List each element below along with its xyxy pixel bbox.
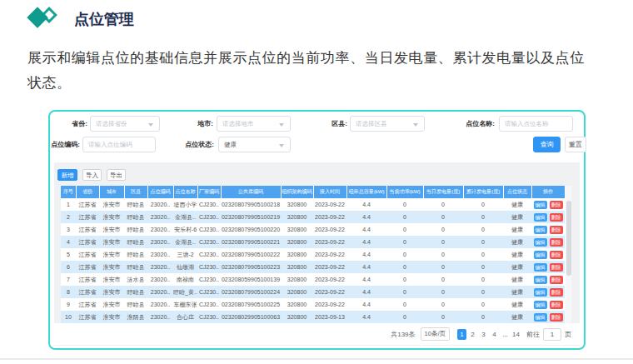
- table-cell: 0: [386, 198, 423, 211]
- page-button[interactable]: 14: [511, 329, 521, 340]
- table-row: 7江苏省淮安市涟水县23020..南禄南CJ230..0232080599051…: [61, 273, 565, 286]
- delete-button[interactable]: 删除: [550, 251, 563, 259]
- pagination: 共139条 10条/页 1234...14 前往 1 页: [54, 323, 580, 345]
- actions-cell: 编辑删除: [531, 286, 565, 298]
- table-cell: 0: [463, 261, 503, 273]
- edit-button[interactable]: 编辑: [534, 313, 547, 322]
- page-button[interactable]: 3: [479, 329, 488, 340]
- table-cell: 金湖县..: [173, 236, 197, 248]
- table-row: 10江苏省淮安市淮阴县23020..合心庄CJ230..023208029905…: [61, 311, 565, 323]
- page-button[interactable]: 2: [468, 329, 477, 340]
- column-header: 当前功率(kW): [386, 186, 423, 198]
- delete-button[interactable]: 删除: [550, 288, 563, 297]
- edit-button[interactable]: 编辑: [534, 226, 547, 234]
- scrollbar-thumb[interactable]: [566, 201, 571, 276]
- table-cell: 0: [423, 311, 463, 323]
- table-cell: 320800: [281, 236, 313, 248]
- table-cell: 0: [386, 298, 423, 311]
- city-label: 地市:: [167, 116, 213, 132]
- table-cell: 023208079905100221: [221, 236, 281, 248]
- page-button[interactable]: 1: [457, 329, 466, 340]
- table-cell: 7: [61, 273, 76, 286]
- table-cell: 淮安市: [99, 311, 124, 323]
- table-cell: 023208079905100220: [221, 223, 281, 236]
- edit-button[interactable]: 编辑: [534, 238, 547, 247]
- table-cell: 320800: [281, 248, 313, 261]
- province-select[interactable]: 请选择省份: [90, 116, 160, 132]
- table-cell: 5: [61, 248, 76, 261]
- actions-cell: 编辑删除: [531, 261, 565, 273]
- reset-button[interactable]: 重置: [565, 137, 586, 152]
- delete-button[interactable]: 删除: [550, 263, 563, 272]
- point-management-panel: 省份: 请选择省份 地市: 请选择地市 区县: 请选择区县 点位名称: 请输入点…: [48, 110, 586, 350]
- delete-button[interactable]: 删除: [550, 213, 563, 222]
- delete-button[interactable]: 删除: [550, 238, 563, 247]
- delete-button[interactable]: 删除: [550, 201, 563, 209]
- goto-page-input[interactable]: 1: [543, 328, 561, 341]
- table-cell: CJ230..: [197, 311, 221, 323]
- edit-button[interactable]: 编辑: [534, 251, 547, 259]
- import-button[interactable]: 导入: [82, 169, 102, 181]
- table-section: 新增 导入 导出 序号省份城市区县点位编码点位名称厂家编码公共库编码组织架构编码…: [54, 162, 580, 346]
- table-cell: 淮阴县: [124, 311, 147, 323]
- point-name-input[interactable]: 请输入点位名称: [499, 116, 573, 132]
- table-cell: 0: [386, 286, 423, 298]
- table-cell: 9: [61, 298, 76, 311]
- export-button[interactable]: 导出: [107, 169, 126, 181]
- point-status-select[interactable]: 健康: [218, 137, 291, 152]
- table-cell: 0: [386, 236, 423, 248]
- column-header: 组串总容量(kW): [346, 186, 386, 198]
- diamond-icon: [27, 7, 66, 32]
- search-button[interactable]: 查询: [533, 137, 561, 152]
- page-size-select[interactable]: 10条/页: [421, 327, 450, 341]
- table-cell: 023208079905100223: [221, 261, 281, 273]
- table-cell: 三塘-2: [173, 248, 197, 261]
- table-cell: 江苏省: [76, 273, 99, 286]
- point-code-input[interactable]: 请输入点位编码: [82, 137, 156, 152]
- table-cell: 健康: [503, 236, 531, 248]
- table-cell: 健康: [503, 248, 531, 261]
- district-select[interactable]: 请选择区县: [350, 116, 425, 132]
- edit-button[interactable]: 编辑: [534, 276, 547, 284]
- table-cell: 23020..: [147, 311, 173, 323]
- page: 点位管理 展示和编辑点位的基础信息并展示点位的当前功率、当日发电量、累计发电量以…: [0, 0, 633, 364]
- page-title: 点位管理: [74, 9, 134, 29]
- page-list: 1234...14: [456, 329, 521, 340]
- table-cell: 0: [423, 223, 463, 236]
- city-select[interactable]: 请选择地市: [217, 116, 291, 132]
- total-count: 共139条: [391, 330, 415, 339]
- edit-button[interactable]: 编辑: [534, 301, 547, 309]
- table-cell: 0: [386, 211, 423, 223]
- point-code-label: 点位编码:: [50, 137, 80, 153]
- add-button[interactable]: 新增: [57, 169, 77, 181]
- table-cell: 仙墩湖: [173, 261, 197, 273]
- table-cell: 合心庄: [173, 311, 197, 323]
- table-cell: 2023-09-22: [313, 273, 346, 286]
- table-row: 2江苏省淮安市盱眙县23020..金湖县..CJ230..02320807990…: [61, 211, 565, 223]
- edit-button[interactable]: 编辑: [534, 201, 547, 209]
- table-scrollbar[interactable]: [566, 186, 572, 323]
- delete-button[interactable]: 删除: [550, 313, 563, 322]
- table-cell: 0: [463, 248, 503, 261]
- column-header: 点位名称: [173, 186, 197, 198]
- table-cell: 0: [386, 261, 423, 273]
- chevron-down-icon: [279, 144, 284, 147]
- delete-button[interactable]: 删除: [550, 276, 563, 284]
- table-cell: 4.4: [346, 311, 386, 323]
- page-button[interactable]: 4: [490, 329, 499, 340]
- delete-button[interactable]: 删除: [550, 226, 563, 234]
- column-header: 点位编码: [147, 186, 173, 198]
- edit-button[interactable]: 编辑: [534, 213, 547, 222]
- table-cell: 0: [423, 298, 463, 311]
- goto-label: 前往: [526, 330, 540, 339]
- edit-button[interactable]: 编辑: [534, 263, 547, 272]
- edit-button[interactable]: 编辑: [534, 288, 547, 297]
- table-row: 8江苏省淮安市盱眙县23020..盱眙_黄..CJ230..0232080799…: [61, 286, 565, 298]
- table-cell: 320800: [281, 273, 313, 286]
- column-header: 序号: [61, 186, 76, 198]
- table-cell: 4.4: [346, 298, 386, 311]
- table-cell: 23020..: [147, 261, 173, 273]
- table-cell: 江苏省: [76, 198, 99, 211]
- delete-button[interactable]: 删除: [550, 301, 563, 309]
- chevron-down-icon: [413, 123, 418, 127]
